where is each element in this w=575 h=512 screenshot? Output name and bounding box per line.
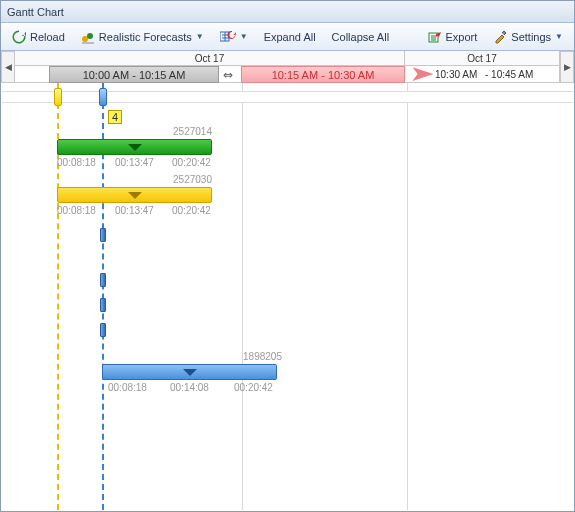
task-time-c: 00:20:42 <box>172 205 211 216</box>
task-time-a: 00:08:18 <box>57 205 96 216</box>
indicator-icon <box>128 144 142 151</box>
indicator-icon <box>183 369 197 376</box>
scroll-left-button[interactable]: ◀ <box>1 51 15 83</box>
gantt-body[interactable]: 4 2527014 00:08:18 00:13:47 00:20:42 252… <box>2 83 573 510</box>
expand-all-label: Expand All <box>264 31 316 43</box>
count-badge[interactable]: 4 <box>108 110 122 124</box>
task-bar-blue[interactable] <box>102 364 277 380</box>
count-badge-value: 4 <box>112 111 118 123</box>
task-id: 2527014 <box>152 126 212 137</box>
svg-point-1 <box>87 33 93 39</box>
time-label-a: 10:30 AM <box>435 66 477 83</box>
time-slot-next-label: 10:15 AM - 10:30 AM <box>272 69 375 81</box>
time-slot-current-label: 10:00 AM - 10:15 AM <box>83 69 186 81</box>
grid-line <box>407 83 408 510</box>
task-time-a: 00:08:18 <box>108 382 147 393</box>
gantt-chart: 4 2527014 00:08:18 00:13:47 00:20:42 252… <box>2 83 573 510</box>
scroll-right-button[interactable]: ▶ <box>560 51 574 83</box>
blue-tick[interactable] <box>100 323 106 337</box>
time-label-b: - 10:45 AM <box>485 66 533 83</box>
time-header: ◀ ▶ Oct 17 Oct 17 10:00 AM - 10:15 AM ⇔ … <box>1 51 574 83</box>
grid-refresh-icon <box>220 30 236 44</box>
task-id: 1898205 <box>222 351 282 362</box>
settings-label: Settings <box>511 31 551 43</box>
time-slot-next[interactable]: 10:15 AM - 10:30 AM <box>241 66 405 83</box>
collapse-all-label: Collapse All <box>332 31 389 43</box>
task-bar-green[interactable] <box>57 139 212 155</box>
settings-icon <box>493 30 507 44</box>
blue-tick[interactable] <box>100 273 106 287</box>
date-label-left: Oct 17 <box>15 51 404 66</box>
expand-all-button[interactable]: Expand All <box>257 28 323 46</box>
export-label: Export <box>446 31 478 43</box>
task-time-b: 00:13:47 <box>115 157 154 168</box>
task-time-c: 00:20:42 <box>234 382 273 393</box>
app-window: Gantt Chart Reload Realistic Forecasts ▼… <box>0 0 575 512</box>
export-icon <box>428 30 442 44</box>
chevron-down-icon: ▼ <box>196 32 204 41</box>
chevron-down-icon: ▼ <box>555 32 563 41</box>
forecasts-label: Realistic Forecasts <box>99 31 192 43</box>
blue-tick[interactable] <box>100 298 106 312</box>
svg-point-0 <box>82 36 88 42</box>
task-id: 2527030 <box>152 174 212 185</box>
task-bar-yellow[interactable] <box>57 187 212 203</box>
chevron-down-icon: ▼ <box>240 32 248 41</box>
reload-label: Reload <box>30 31 65 43</box>
forecasts-icon <box>81 30 95 44</box>
marker-blue[interactable] <box>99 88 107 106</box>
time-slot-resize-grip[interactable]: ⇔ <box>219 67 237 82</box>
reload-button[interactable]: Reload <box>5 27 72 47</box>
settings-button[interactable]: Settings ▼ <box>486 27 570 47</box>
forecasts-button[interactable]: Realistic Forecasts ▼ <box>74 27 211 47</box>
blue-tick[interactable] <box>100 228 106 242</box>
reload-icon <box>12 30 26 44</box>
task-time-b: 00:14:08 <box>170 382 209 393</box>
grid-line <box>242 83 243 510</box>
task-time-c: 00:20:42 <box>172 157 211 168</box>
header-row <box>2 91 573 103</box>
time-slot-current[interactable]: 10:00 AM - 10:15 AM <box>49 66 219 83</box>
task-time-a: 00:08:18 <box>57 157 96 168</box>
collapse-all-button[interactable]: Collapse All <box>325 28 396 46</box>
indicator-icon <box>128 192 142 199</box>
task-time-b: 00:13:47 <box>115 205 154 216</box>
titlebar: Gantt Chart <box>1 1 574 23</box>
aux-dropdown-button[interactable]: ▼ <box>213 27 255 47</box>
window-title: Gantt Chart <box>7 6 64 18</box>
toolbar: Reload Realistic Forecasts ▼ ▼ Expand Al… <box>1 23 574 51</box>
export-button[interactable]: Export <box>421 27 485 47</box>
marker-yellow[interactable] <box>54 88 62 106</box>
